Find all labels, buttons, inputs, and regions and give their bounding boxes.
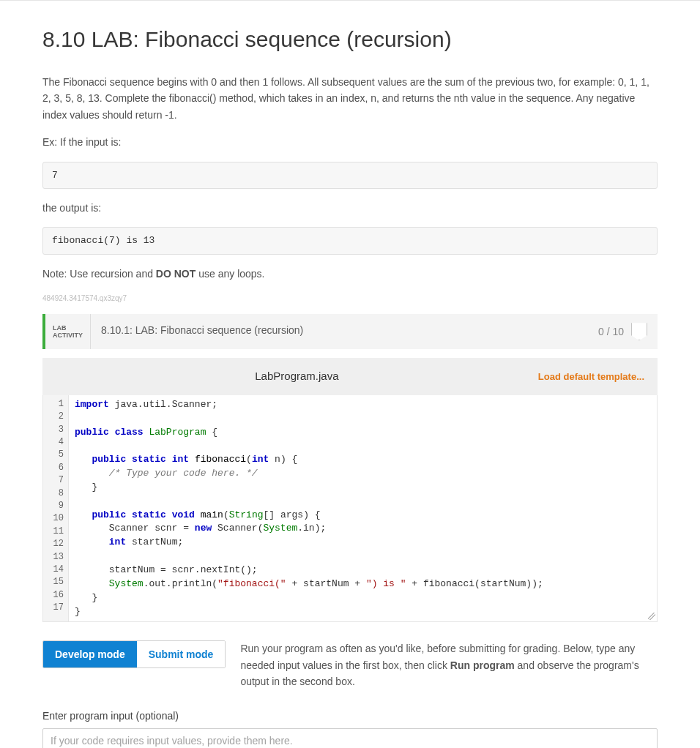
mode-description: Run your program as often as you'd like,… xyxy=(240,640,658,689)
example-output-label: the output is: xyxy=(42,200,658,216)
program-input-textarea[interactable] xyxy=(42,728,658,748)
example-input-block: 7 xyxy=(42,162,658,190)
lab-score: 0 / 10 xyxy=(588,314,658,349)
line-number-gutter: 1234567891011121314151617 xyxy=(43,395,69,622)
mode-toggle: Develop mode Submit mode xyxy=(42,640,226,668)
lab-activity-title: 8.10.1: LAB: Fibonacci sequence (recursi… xyxy=(91,314,588,349)
note-text: Note: Use recursion and DO NOT use any l… xyxy=(42,266,658,282)
submit-mode-button[interactable]: Submit mode xyxy=(137,641,226,667)
score-shield-icon xyxy=(631,323,647,340)
editor-filename: LabProgram.java xyxy=(56,368,538,385)
activity-id: 484924.3417574.qx3zqy7 xyxy=(42,293,658,304)
program-input-label: Enter program input (optional) xyxy=(42,708,658,724)
resize-handle-icon[interactable] xyxy=(648,613,655,620)
example-intro: Ex: If the input is: xyxy=(42,134,658,150)
lab-activity-bar: LAB ACTIVITY 8.10.1: LAB: Fibonacci sequ… xyxy=(42,314,658,349)
lab-tag: LAB ACTIVITY xyxy=(45,314,91,349)
code-editor-card: LabProgram.java Load default template...… xyxy=(42,358,658,622)
problem-description: The Fibonacci sequence begins with 0 and… xyxy=(42,74,658,123)
load-default-template-link[interactable]: Load default template... xyxy=(538,370,644,384)
develop-mode-button[interactable]: Develop mode xyxy=(43,641,137,667)
example-output-block: fibonacci(7) is 13 xyxy=(42,227,658,255)
page-title: 8.10 LAB: Fibonacci sequence (recursion) xyxy=(42,23,658,56)
code-text-area[interactable]: import java.util.Scanner; public class L… xyxy=(69,395,657,622)
code-editor[interactable]: 1234567891011121314151617 import java.ut… xyxy=(42,395,658,623)
